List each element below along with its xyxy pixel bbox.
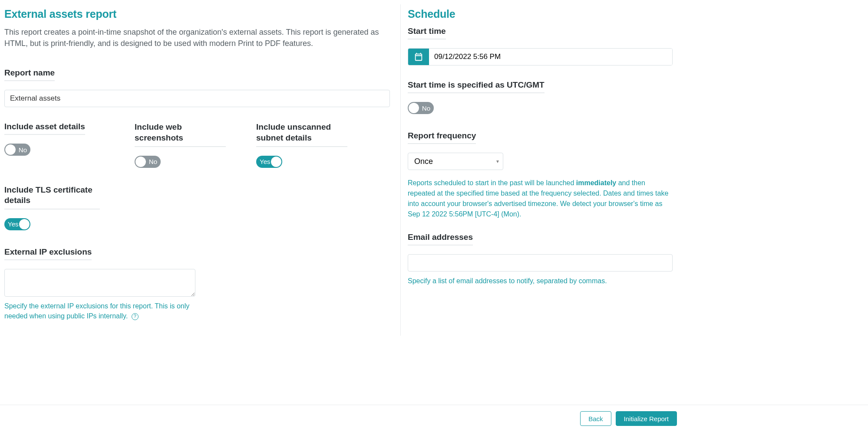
include-asset-details-toggle[interactable]: No — [4, 144, 30, 156]
help-icon[interactable]: ? — [132, 313, 139, 320]
email-addresses-hint: Specify a list of email addresses to not… — [408, 276, 673, 286]
toggle-state-text: Yes — [8, 220, 18, 228]
utc-toggle-label: Start time is specified as UTC/GMT — [408, 80, 545, 93]
email-addresses-input[interactable] — [408, 254, 673, 272]
toggle-knob-icon — [135, 157, 146, 167]
toggle-state-text: No — [149, 158, 157, 165]
start-time-label: Start time — [408, 26, 446, 39]
include-tls-cert-label: Include TLS certificate details — [4, 185, 100, 209]
include-web-screenshots-toggle[interactable]: No — [135, 156, 161, 168]
right-panel: Schedule Start time Start time is specif… — [400, 4, 864, 336]
schedule-note-bold: immediately — [576, 179, 616, 187]
include-asset-details-label: Include asset details — [4, 122, 85, 135]
toggle-state-text: No — [19, 146, 27, 154]
include-tls-cert-toggle[interactable]: Yes — [4, 218, 30, 230]
toggle-state-text: No — [422, 105, 430, 112]
report-name-label: Report name — [4, 68, 55, 81]
left-section-title: External assets report — [4, 8, 390, 20]
back-button[interactable]: Back — [580, 411, 611, 426]
footer-bar: Back Initialize Report — [0, 405, 868, 432]
ip-exclusions-hint-text: Specify the external IP exclusions for t… — [4, 302, 189, 320]
toggle-knob-icon — [5, 144, 16, 155]
schedule-note: Reports scheduled to start in the past w… — [408, 178, 673, 219]
left-description: This report creates a point-in-time snap… — [4, 26, 386, 49]
ip-exclusions-textarea[interactable] — [4, 269, 195, 297]
report-frequency-select[interactable]: Once — [408, 153, 503, 170]
toggle-knob-icon — [19, 219, 30, 229]
ip-exclusions-label: External IP exclusions — [4, 247, 92, 260]
left-panel: External assets report This report creat… — [4, 4, 400, 336]
include-unscanned-subnet-label: Include unscanned subnet details — [256, 122, 347, 147]
report-frequency-label: Report frequency — [408, 131, 476, 144]
toggle-knob-icon — [271, 157, 281, 167]
calendar-icon[interactable] — [408, 49, 429, 65]
include-unscanned-subnet-toggle[interactable]: Yes — [256, 156, 282, 168]
schedule-note-pre: Reports scheduled to start in the past w… — [408, 179, 576, 187]
right-section-title: Schedule — [408, 8, 673, 20]
utc-toggle[interactable]: No — [408, 102, 434, 114]
start-time-input[interactable] — [429, 49, 672, 65]
report-name-input[interactable] — [4, 90, 390, 107]
initialize-report-button[interactable]: Initialize Report — [616, 411, 677, 426]
include-web-screenshots-label: Include web screenshots — [135, 122, 226, 147]
toggle-state-text: Yes — [260, 158, 270, 165]
toggle-knob-icon — [409, 103, 419, 113]
ip-exclusions-hint: Specify the external IP exclusions for t… — [4, 301, 195, 321]
email-addresses-label: Email addresses — [408, 232, 473, 245]
